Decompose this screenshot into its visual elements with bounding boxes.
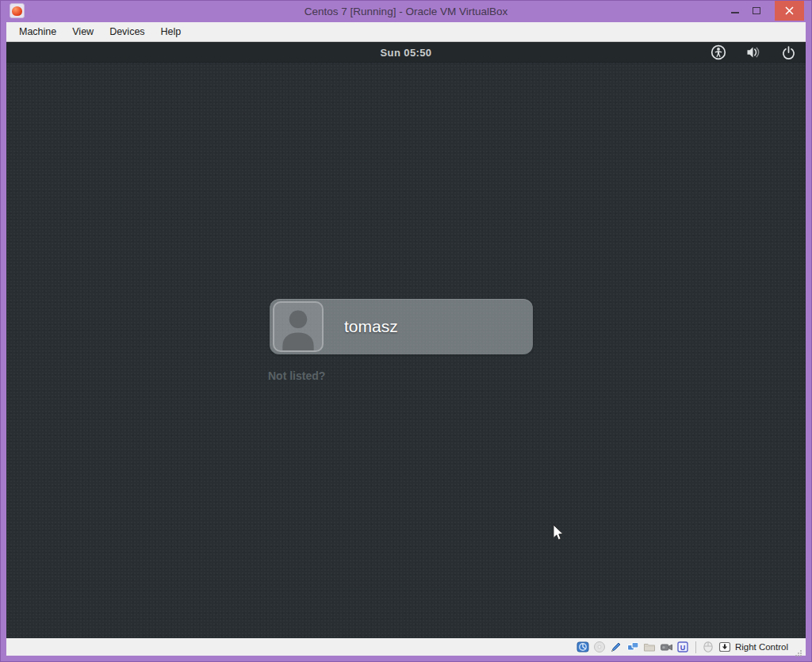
accessibility-menu[interactable] xyxy=(710,44,726,60)
shared-folders-icon[interactable] xyxy=(643,641,657,654)
close-icon xyxy=(785,6,794,15)
close-button[interactable] xyxy=(775,0,804,21)
not-listed-link[interactable]: Not listed? xyxy=(268,369,325,382)
network-icon[interactable] xyxy=(626,641,640,654)
mouse-cursor xyxy=(553,524,565,545)
virtualization-icon[interactable]: U xyxy=(676,641,690,654)
menu-view[interactable]: View xyxy=(64,24,102,40)
resize-grip[interactable] xyxy=(793,646,802,656)
window-title: Centos 7 [Running] - Oracle VM VirtualBo… xyxy=(0,0,812,22)
volume-icon xyxy=(745,45,761,59)
menu-help[interactable]: Help xyxy=(153,24,190,40)
maximize-button[interactable] xyxy=(745,0,767,21)
minimize-icon xyxy=(731,12,739,13)
accessibility-icon xyxy=(710,44,726,60)
svg-text:U: U xyxy=(680,644,686,652)
power-icon xyxy=(781,45,796,60)
usb-icon[interactable] xyxy=(610,641,623,654)
video-capture-icon[interactable] xyxy=(660,641,673,654)
user-avatar-icon xyxy=(274,304,322,350)
menu-devices[interactable]: Devices xyxy=(102,24,152,40)
statusbar-separator xyxy=(695,641,696,653)
user-tile-tomasz[interactable]: tomasz xyxy=(270,299,533,354)
menu-machine[interactable]: Machine xyxy=(11,24,64,40)
optical-disc-icon[interactable] xyxy=(593,641,607,654)
menubar: Machine View Devices Help xyxy=(6,22,806,42)
avatar xyxy=(273,301,324,352)
statusbar: U Right Control xyxy=(6,638,806,656)
vm-display[interactable]: Sun 05:50 xyxy=(6,42,806,638)
clock: Sun 05:50 xyxy=(6,42,806,63)
titlebar[interactable]: Centos 7 [Running] - Oracle VM VirtualBo… xyxy=(0,0,812,22)
mouse-integration-icon[interactable] xyxy=(702,641,715,654)
hard-disk-icon[interactable] xyxy=(576,641,590,654)
gnome-top-bar: Sun 05:50 xyxy=(6,42,806,63)
maximize-icon xyxy=(753,7,760,14)
host-key-label: Right Control xyxy=(735,642,788,652)
virtualbox-window: Centos 7 [Running] - Oracle VM VirtualBo… xyxy=(0,0,812,662)
username-label: tomasz xyxy=(344,317,398,336)
minimize-button[interactable] xyxy=(724,0,745,21)
volume-menu[interactable] xyxy=(745,44,761,60)
host-key-icon[interactable] xyxy=(718,641,732,654)
power-menu[interactable] xyxy=(780,44,796,60)
